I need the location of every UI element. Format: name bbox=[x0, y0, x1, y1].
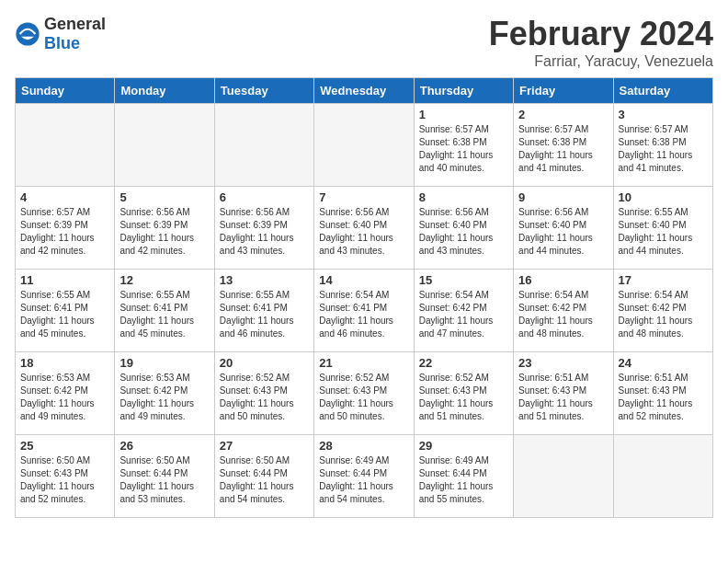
calendar-cell bbox=[214, 104, 313, 187]
col-header-saturday: Saturday bbox=[613, 78, 712, 104]
day-number: 2 bbox=[518, 108, 608, 121]
day-number: 27 bbox=[220, 439, 309, 453]
day-number: 23 bbox=[518, 356, 608, 370]
calendar-cell: 18Sunrise: 6:53 AMSunset: 6:42 PMDayligh… bbox=[16, 352, 115, 435]
day-info: Sunrise: 6:57 AMSunset: 6:39 PMDaylight:… bbox=[20, 206, 109, 258]
calendar-cell: 5Sunrise: 6:56 AMSunset: 6:39 PMDaylight… bbox=[115, 187, 214, 270]
month-title: February 2024 bbox=[489, 15, 713, 53]
calendar-cell: 2Sunrise: 6:57 AMSunset: 6:38 PMDaylight… bbox=[514, 104, 613, 187]
day-number: 17 bbox=[619, 273, 708, 287]
day-number: 9 bbox=[518, 190, 608, 204]
calendar-week-row: 18Sunrise: 6:53 AMSunset: 6:42 PMDayligh… bbox=[16, 352, 713, 435]
logo-text: General Blue bbox=[44, 15, 106, 53]
day-info: Sunrise: 6:52 AMSunset: 6:43 PMDaylight:… bbox=[220, 372, 309, 423]
day-number: 8 bbox=[419, 190, 508, 204]
calendar-cell: 24Sunrise: 6:51 AMSunset: 6:43 PMDayligh… bbox=[613, 352, 712, 435]
day-info: Sunrise: 6:50 AMSunset: 6:43 PMDaylight:… bbox=[20, 454, 109, 506]
calendar-cell: 13Sunrise: 6:55 AMSunset: 6:41 PMDayligh… bbox=[214, 270, 313, 352]
day-number: 14 bbox=[319, 273, 408, 287]
day-number: 4 bbox=[20, 190, 109, 204]
day-number: 7 bbox=[319, 190, 408, 204]
title-area: February 2024 Farriar, Yaracuy, Venezuel… bbox=[489, 15, 713, 70]
day-info: Sunrise: 6:54 AMSunset: 6:41 PMDaylight:… bbox=[319, 289, 408, 340]
calendar-cell bbox=[314, 104, 414, 187]
day-info: Sunrise: 6:56 AMSunset: 6:40 PMDaylight:… bbox=[518, 206, 608, 258]
logo: General Blue bbox=[15, 15, 106, 53]
day-info: Sunrise: 6:53 AMSunset: 6:42 PMDaylight:… bbox=[119, 372, 209, 423]
col-header-friday: Friday bbox=[514, 78, 613, 104]
col-header-sunday: Sunday bbox=[16, 78, 115, 104]
day-info: Sunrise: 6:55 AMSunset: 6:41 PMDaylight:… bbox=[119, 289, 209, 340]
day-info: Sunrise: 6:54 AMSunset: 6:42 PMDaylight:… bbox=[518, 289, 608, 340]
calendar-cell: 23Sunrise: 6:51 AMSunset: 6:43 PMDayligh… bbox=[514, 352, 613, 435]
calendar-cell bbox=[115, 104, 214, 187]
day-info: Sunrise: 6:54 AMSunset: 6:42 PMDaylight:… bbox=[419, 289, 508, 340]
calendar-cell: 12Sunrise: 6:55 AMSunset: 6:41 PMDayligh… bbox=[115, 270, 214, 352]
day-info: Sunrise: 6:56 AMSunset: 6:39 PMDaylight:… bbox=[220, 206, 309, 258]
calendar-cell: 20Sunrise: 6:52 AMSunset: 6:43 PMDayligh… bbox=[214, 352, 313, 435]
day-number: 6 bbox=[220, 190, 309, 204]
day-number: 26 bbox=[119, 439, 209, 453]
calendar-cell bbox=[514, 435, 613, 518]
day-info: Sunrise: 6:51 AMSunset: 6:43 PMDaylight:… bbox=[619, 372, 708, 423]
calendar-cell bbox=[16, 104, 115, 187]
calendar-cell: 10Sunrise: 6:55 AMSunset: 6:40 PMDayligh… bbox=[613, 187, 712, 270]
day-number: 5 bbox=[119, 190, 209, 204]
page-header: General Blue February 2024 Farriar, Yara… bbox=[15, 15, 713, 70]
calendar-cell: 22Sunrise: 6:52 AMSunset: 6:43 PMDayligh… bbox=[414, 352, 513, 435]
calendar-week-row: 25Sunrise: 6:50 AMSunset: 6:43 PMDayligh… bbox=[16, 435, 713, 518]
day-info: Sunrise: 6:55 AMSunset: 6:41 PMDaylight:… bbox=[20, 289, 109, 340]
calendar-week-row: 1Sunrise: 6:57 AMSunset: 6:38 PMDaylight… bbox=[16, 104, 713, 187]
location-title: Farriar, Yaracuy, Venezuela bbox=[489, 53, 713, 70]
day-number: 13 bbox=[220, 273, 309, 287]
logo-icon bbox=[15, 21, 40, 47]
day-number: 16 bbox=[518, 273, 608, 287]
calendar-cell: 15Sunrise: 6:54 AMSunset: 6:42 PMDayligh… bbox=[414, 270, 513, 352]
day-info: Sunrise: 6:57 AMSunset: 6:38 PMDaylight:… bbox=[518, 123, 608, 175]
day-info: Sunrise: 6:52 AMSunset: 6:43 PMDaylight:… bbox=[419, 372, 508, 423]
calendar-cell: 27Sunrise: 6:50 AMSunset: 6:44 PMDayligh… bbox=[214, 435, 313, 518]
day-number: 12 bbox=[119, 273, 209, 287]
day-number: 25 bbox=[20, 439, 109, 453]
day-info: Sunrise: 6:54 AMSunset: 6:42 PMDaylight:… bbox=[619, 289, 708, 340]
calendar-week-row: 11Sunrise: 6:55 AMSunset: 6:41 PMDayligh… bbox=[16, 270, 713, 352]
day-info: Sunrise: 6:49 AMSunset: 6:44 PMDaylight:… bbox=[319, 454, 408, 506]
calendar-cell: 16Sunrise: 6:54 AMSunset: 6:42 PMDayligh… bbox=[514, 270, 613, 352]
day-number: 18 bbox=[20, 356, 109, 370]
day-number: 24 bbox=[619, 356, 708, 370]
day-number: 3 bbox=[619, 108, 708, 121]
calendar-cell: 21Sunrise: 6:52 AMSunset: 6:43 PMDayligh… bbox=[314, 352, 414, 435]
calendar-week-row: 4Sunrise: 6:57 AMSunset: 6:39 PMDaylight… bbox=[16, 187, 713, 270]
day-number: 22 bbox=[419, 356, 508, 370]
col-header-wednesday: Wednesday bbox=[314, 78, 414, 104]
calendar-cell: 25Sunrise: 6:50 AMSunset: 6:43 PMDayligh… bbox=[16, 435, 115, 518]
calendar-cell: 14Sunrise: 6:54 AMSunset: 6:41 PMDayligh… bbox=[314, 270, 414, 352]
col-header-tuesday: Tuesday bbox=[214, 78, 313, 104]
calendar-cell: 4Sunrise: 6:57 AMSunset: 6:39 PMDaylight… bbox=[16, 187, 115, 270]
day-info: Sunrise: 6:55 AMSunset: 6:40 PMDaylight:… bbox=[619, 206, 708, 258]
day-number: 21 bbox=[319, 356, 408, 370]
day-info: Sunrise: 6:49 AMSunset: 6:44 PMDaylight:… bbox=[419, 454, 508, 506]
day-info: Sunrise: 6:51 AMSunset: 6:43 PMDaylight:… bbox=[518, 372, 608, 423]
day-info: Sunrise: 6:56 AMSunset: 6:39 PMDaylight:… bbox=[119, 206, 209, 258]
calendar-cell: 11Sunrise: 6:55 AMSunset: 6:41 PMDayligh… bbox=[16, 270, 115, 352]
day-info: Sunrise: 6:52 AMSunset: 6:43 PMDaylight:… bbox=[319, 372, 408, 423]
day-number: 1 bbox=[419, 108, 508, 121]
calendar-cell: 26Sunrise: 6:50 AMSunset: 6:44 PMDayligh… bbox=[115, 435, 214, 518]
day-number: 29 bbox=[419, 439, 508, 453]
day-number: 15 bbox=[419, 273, 508, 287]
calendar-cell: 3Sunrise: 6:57 AMSunset: 6:38 PMDaylight… bbox=[613, 104, 712, 187]
day-info: Sunrise: 6:56 AMSunset: 6:40 PMDaylight:… bbox=[319, 206, 408, 258]
day-info: Sunrise: 6:50 AMSunset: 6:44 PMDaylight:… bbox=[220, 454, 309, 506]
calendar-cell: 1Sunrise: 6:57 AMSunset: 6:38 PMDaylight… bbox=[414, 104, 513, 187]
logo-blue: Blue bbox=[44, 34, 80, 52]
calendar-header-row: SundayMondayTuesdayWednesdayThursdayFrid… bbox=[16, 78, 713, 104]
day-number: 20 bbox=[220, 356, 309, 370]
svg-point-0 bbox=[16, 22, 39, 45]
day-info: Sunrise: 6:53 AMSunset: 6:42 PMDaylight:… bbox=[20, 372, 109, 423]
logo-general: General bbox=[44, 15, 106, 33]
calendar-cell: 17Sunrise: 6:54 AMSunset: 6:42 PMDayligh… bbox=[613, 270, 712, 352]
calendar-cell: 7Sunrise: 6:56 AMSunset: 6:40 PMDaylight… bbox=[314, 187, 414, 270]
day-number: 28 bbox=[319, 439, 408, 453]
day-info: Sunrise: 6:55 AMSunset: 6:41 PMDaylight:… bbox=[220, 289, 309, 340]
